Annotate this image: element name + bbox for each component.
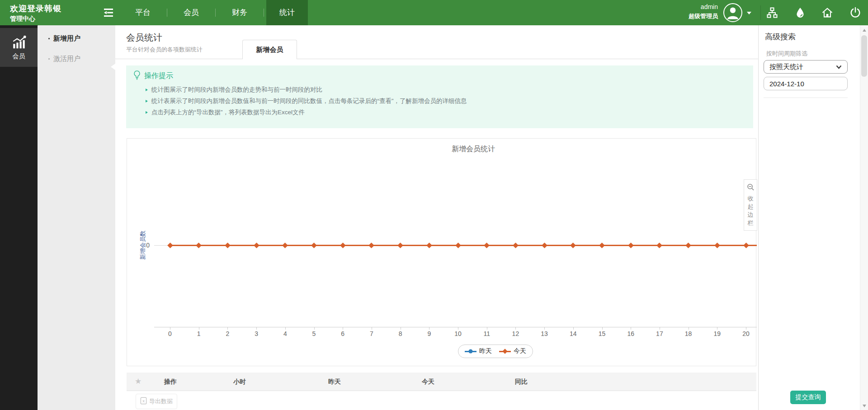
legend-item-昨天[interactable]: 昨天 [465,347,492,355]
data-point-今天-18 [685,242,691,248]
collapse-label: 收起边栏 [744,195,757,227]
excel-icon: x [140,397,147,406]
collapse-sidebar-tab[interactable]: 收起边栏 [744,179,757,231]
data-point-今天-1 [196,242,202,248]
period-select-value: 按照天统计 [769,63,803,71]
x-tick-label: 0 [163,330,177,337]
data-point-今天-12 [513,242,519,248]
data-point-今天-11 [484,242,490,248]
power-icon[interactable] [849,6,862,19]
scroll-up-icon[interactable] [863,29,866,32]
data-point-今天-4 [282,242,288,248]
x-tick-label: 13 [538,330,551,337]
x-tick-label: 10 [451,330,465,337]
sidebar-item-member[interactable]: 会员 [0,28,38,67]
x-tick-label: 7 [365,330,378,337]
nav-item-0[interactable]: 平台 [121,0,165,25]
x-axis-tick [515,327,516,330]
bullet-arrow-icon [146,89,148,91]
tips-box: 操作提示 统计图展示了时间段内新增会员数的走势和与前一时间段的对比统计表展示了时… [126,65,753,128]
username: admin [661,4,718,10]
menu-fold-icon[interactable] [103,8,114,18]
star-icon[interactable]: ★ [135,377,142,386]
sidebar: 会员 [0,25,38,410]
scroll-down-icon[interactable] [863,405,866,407]
x-tick-label: 19 [710,330,724,337]
submenu-active-notch [111,64,115,70]
x-tick-label: 14 [566,330,580,337]
submenu-item-1[interactable]: 激活用户 [38,51,115,67]
advanced-search-panel: 高级搜索 按时间周期筛选 按照天统计 提交查询 [758,25,860,410]
x-tick-label: 5 [307,330,321,337]
x-tick-label: 16 [624,330,637,337]
page-scrollbar[interactable] [860,25,868,410]
x-axis-tick [746,327,746,330]
x-tick-label: 1 [192,330,206,337]
nav-separator [215,9,216,17]
data-point-今天-8 [397,242,403,248]
chart-title: 新增会员统计 [452,144,495,154]
submenu-item-label: 激活用户 [53,51,80,67]
scrollbar-thumb[interactable] [861,35,867,77]
table-column-2: 昨天 [328,378,341,386]
tab-new-members[interactable]: 新增会员 [242,40,297,59]
zoom-out-icon [744,183,757,193]
main-content: 会员统计 平台针对会员的各项数据统计 新增会员 操作提示 统计图展示了时间段内新… [115,25,758,410]
data-point-今天-0 [167,242,173,248]
tip-text: 点击列表上方的“导出数据”，将列表数据导出为Excel文件 [151,108,305,116]
x-axis-tick [602,327,603,330]
date-input[interactable] [764,77,848,90]
data-point-今天-15 [599,242,605,248]
x-axis-tick [199,327,199,330]
submenu-bullet [48,38,50,39]
user-block[interactable]: admin 超级管理员 [661,4,718,19]
logo-title: 欢迎登录韩银 [10,3,61,14]
sitemap-icon[interactable] [766,6,778,19]
x-axis-tick [631,327,631,330]
data-point-今天-17 [657,242,663,248]
legend-marker-diamond [499,351,511,352]
x-axis-tick [314,327,315,330]
topbar-nav: 平台会员财务统计 [121,0,308,25]
x-tick-label: 2 [221,330,234,337]
table-column-3: 今天 [422,378,434,386]
data-point-今天-9 [426,242,432,248]
nav-separator [167,9,167,17]
x-tick-label: 6 [336,330,349,337]
x-tick-label: 4 [278,330,292,337]
data-point-今天-2 [225,242,231,248]
table-column-4: 同比 [515,378,528,386]
submit-query-button[interactable]: 提交查询 [790,391,826,404]
home-icon[interactable] [821,6,834,19]
chart-legend: 昨天今天 [458,345,533,358]
tip-text: 统计表展示了时间段内新增会员数值和与前一时间段的同比数值，点击每条记录后的“查看… [151,97,467,105]
topbar-divider [760,5,761,20]
data-point-今天-7 [369,242,375,248]
nav-item-2[interactable]: 财务 [218,0,261,25]
submenu-panel: 新增用户激活用户 [38,25,115,410]
submenu-item-0[interactable]: 新增用户 [38,30,115,47]
legend-label: 今天 [514,347,526,355]
x-axis-tick [689,327,689,330]
table-header-row: ★ 操作小时昨天今天同比 [127,373,756,391]
data-point-今天-14 [570,242,576,248]
nav-item-1[interactable]: 会员 [170,0,213,25]
nav-item-3[interactable]: 统计 [266,0,308,25]
avatar[interactable] [723,3,742,22]
legend-item-今天[interactable]: 今天 [499,347,526,355]
x-tick-label: 15 [595,330,609,337]
table-column-1: 小时 [233,378,246,386]
chevron-down-icon[interactable] [747,12,751,14]
x-tick-label: 9 [422,330,436,337]
export-data-button[interactable]: x 导出数据 [136,394,177,409]
x-tick-label: 3 [250,330,263,337]
diamond-marker-icon [502,349,507,354]
theme-drop-icon[interactable] [794,6,807,19]
tip-item-1: 统计表展示了时间段内新增会员数值和与前一时间段的同比数值，点击每条记录后的“查看… [146,97,467,105]
x-axis-tick [544,327,545,330]
x-axis-tick [343,327,343,330]
lightbulb-icon [133,70,141,82]
tip-item-0: 统计图展示了时间段内新增会员数的走势和与前一时间段的对比 [146,86,322,94]
period-select[interactable]: 按照天统计 [764,60,848,74]
app-root: 欢迎登录韩银 管理中心 平台会员财务统计 admin 超级管理员 [0,0,868,410]
